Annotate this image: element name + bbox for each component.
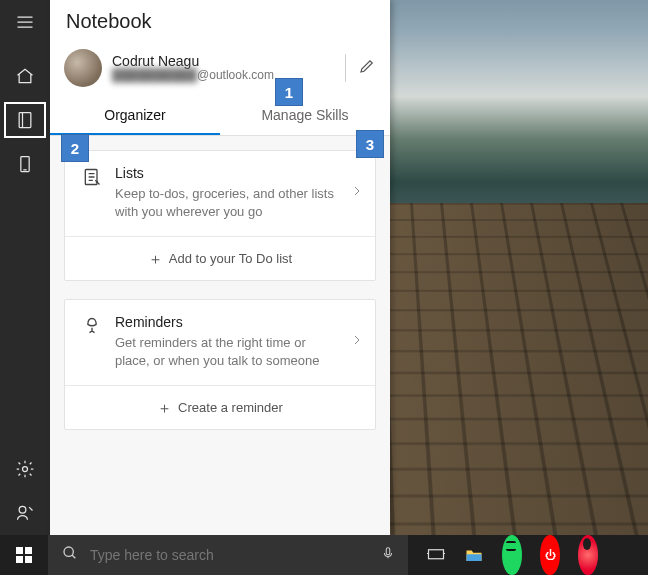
svg-point-3 [19,506,26,513]
card-reminders-desc: Get reminders at the right time or place… [115,334,343,369]
card-reminders-open[interactable]: Reminders Get reminders at the right tim… [65,300,375,385]
svg-rect-11 [429,550,444,559]
tab-organizer[interactable]: Organizer [50,97,220,135]
svg-point-9 [64,547,73,556]
devices-icon[interactable] [0,142,50,186]
svg-rect-6 [25,547,32,554]
taskbar: ⏻ [0,535,648,575]
spotify-icon[interactable] [502,535,522,575]
card-reminders: Reminders Get reminders at the right tim… [64,299,376,430]
svg-rect-0 [19,113,31,128]
callout-badge-2: 2 [61,134,89,162]
profile-name: Codrut Neagu [112,54,333,69]
edit-profile-button[interactable] [358,57,376,79]
avatar[interactable] [64,49,102,87]
profile-row: Codrut Neagu ██████████@outlook.com [50,43,390,97]
plus-icon: ＋ [157,399,172,416]
settings-gear-icon[interactable] [0,447,50,491]
taskbar-pinned: ⏻ [408,535,608,575]
task-view-icon[interactable] [426,535,446,575]
chevron-right-icon [351,184,363,202]
cortana-sidebar [0,0,50,535]
file-explorer-icon[interactable] [464,535,484,575]
start-button[interactable] [0,535,48,575]
separator [345,54,346,82]
lists-icon [79,167,105,187]
card-lists: Lists Keep to-dos, groceries, and other … [64,150,376,281]
card-lists-desc: Keep to-dos, groceries, and other lists … [115,185,343,220]
svg-rect-10 [386,548,390,555]
card-reminders-title: Reminders [115,314,343,330]
tabs: Organizer Manage Skills [50,97,390,136]
card-lists-title: Lists [115,165,343,181]
svg-point-2 [23,467,28,472]
svg-rect-5 [16,547,23,554]
svg-rect-7 [16,556,23,563]
feedback-icon[interactable] [0,491,50,535]
search-input[interactable] [88,546,368,564]
callout-badge-3: 3 [356,130,384,158]
card-lists-open[interactable]: Lists Keep to-dos, groceries, and other … [65,151,375,236]
page-title: Notebook [50,0,390,43]
chevron-right-icon [351,333,363,351]
microphone-icon[interactable] [368,544,408,566]
taskbar-search[interactable] [48,535,408,575]
search-icon [48,545,88,565]
callout-badge-1: 1 [275,78,303,106]
reminders-icon [79,316,105,336]
svg-rect-8 [25,556,32,563]
cortana-notebook-panel: Notebook Codrut Neagu ██████████@outlook… [50,0,390,535]
opera-icon[interactable] [578,535,598,575]
plus-icon: ＋ [148,250,163,267]
add-todo-button[interactable]: ＋Add to your To Do list [65,236,375,280]
notebook-icon[interactable] [0,98,50,142]
create-reminder-button[interactable]: ＋Create a reminder [65,385,375,429]
hamburger-icon[interactable] [0,0,50,44]
home-icon[interactable] [0,54,50,98]
content-area: Lists Keep to-dos, groceries, and other … [50,136,390,535]
power-icon[interactable]: ⏻ [540,535,560,575]
